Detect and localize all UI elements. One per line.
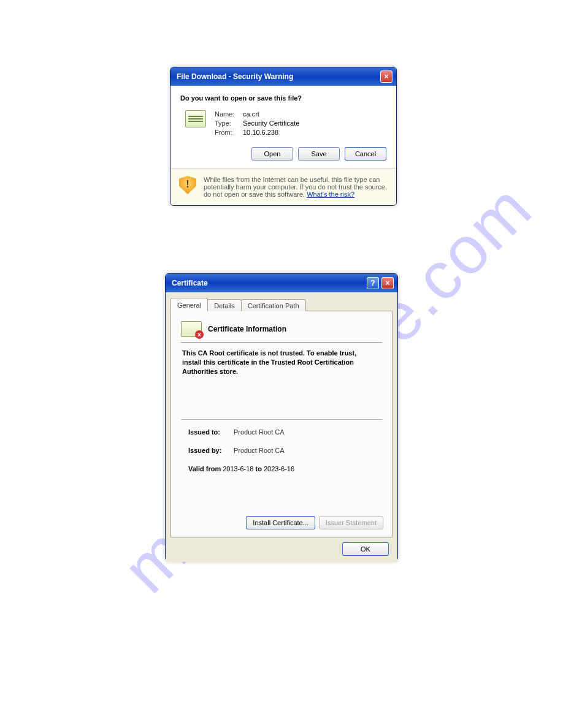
dialog1-titlebar[interactable]: File Download - Security Warning × bbox=[170, 67, 396, 86]
cert-info-heading: Certificate Information bbox=[208, 325, 286, 333]
warning-shield-icon bbox=[179, 176, 196, 194]
warning-text: While files from the Internet can be use… bbox=[204, 176, 388, 198]
issued-by-value: Product Root CA bbox=[234, 447, 285, 454]
ok-button[interactable]: OK bbox=[342, 542, 389, 556]
dialog1-question: Do you want to open or save this file? bbox=[180, 94, 386, 102]
cert-trust-message: This CA Root certificate is not trusted.… bbox=[181, 349, 377, 376]
whats-the-risk-link[interactable]: What's the risk? bbox=[307, 191, 354, 198]
save-button[interactable]: Save bbox=[298, 147, 340, 161]
tab-certification-path[interactable]: Certification Path bbox=[241, 299, 306, 311]
dialog2-body: General Details Certification Path × Cer… bbox=[166, 292, 397, 562]
label-name: Name: bbox=[215, 110, 239, 118]
label-from: From: bbox=[215, 129, 239, 136]
divider bbox=[181, 419, 382, 420]
close-icon[interactable]: × bbox=[381, 277, 394, 289]
divider bbox=[181, 342, 382, 343]
tab-general[interactable]: General bbox=[170, 298, 208, 311]
dialog1-body: Do you want to open or save this file? N… bbox=[170, 86, 396, 168]
tab-details[interactable]: Details bbox=[207, 299, 242, 311]
dialog2-title: Certificate bbox=[172, 279, 208, 287]
open-button[interactable]: Open bbox=[251, 147, 293, 161]
dialog1-warning: While files from the Internet can be use… bbox=[170, 168, 396, 205]
certificate-file-icon bbox=[185, 110, 206, 127]
value-type: Security Certificate bbox=[243, 119, 299, 127]
file-download-dialog: File Download - Security Warning × Do yo… bbox=[170, 67, 397, 206]
label-type: Type: bbox=[215, 119, 239, 127]
certificate-dialog: Certificate ? × General Details Certific… bbox=[165, 273, 398, 561]
help-icon[interactable]: ? bbox=[367, 277, 379, 289]
close-icon[interactable]: × bbox=[380, 70, 393, 83]
certificate-icon: × bbox=[181, 321, 202, 337]
invalid-badge-icon: × bbox=[195, 330, 204, 339]
issued-to-value: Product Root CA bbox=[234, 428, 285, 436]
dialog2-titlebar[interactable]: Certificate ? × bbox=[166, 274, 397, 292]
issuer-statement-button: Issuer Statement bbox=[319, 516, 383, 529]
cancel-button[interactable]: Cancel bbox=[345, 147, 386, 161]
value-name: ca.crt bbox=[243, 110, 299, 118]
value-from: 10.10.6.238 bbox=[243, 129, 299, 136]
valid-dates-row: Valid from 2013-6-18 to 2023-6-16 bbox=[188, 465, 382, 472]
install-certificate-button[interactable]: Install Certificate... bbox=[246, 516, 315, 529]
cert-tabs: General Details Certification Path bbox=[170, 297, 393, 311]
issued-by-label: Issued by: bbox=[188, 447, 229, 454]
tab-panel-general: × Certificate Information This CA Root c… bbox=[170, 311, 393, 537]
dialog1-title: File Download - Security Warning bbox=[177, 72, 293, 81]
issued-to-label: Issued to: bbox=[188, 428, 229, 436]
